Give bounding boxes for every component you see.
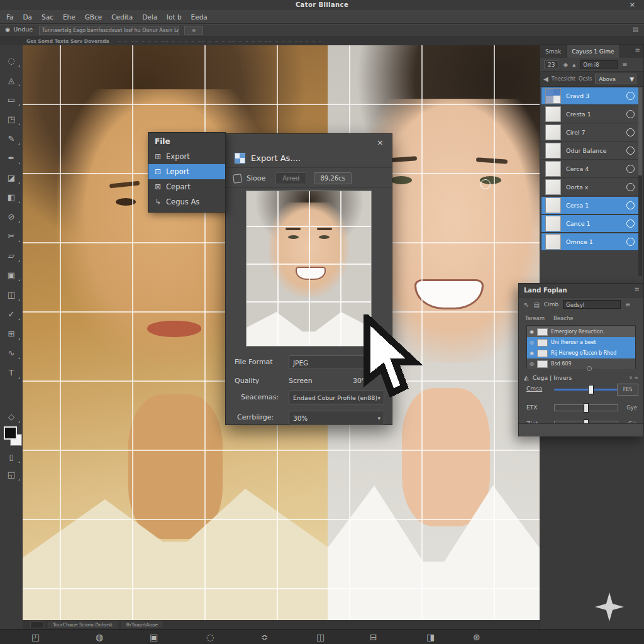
scrollbar-thumb[interactable] <box>638 87 642 175</box>
layers-icon[interactable]: ◍ <box>96 632 103 642</box>
path-select-tool[interactable]: ✓ <box>0 305 23 323</box>
menu-window[interactable]: lot b <box>167 13 181 21</box>
layer-row[interactable]: Cerca 4 <box>541 160 640 178</box>
foreground-color-swatch[interactable] <box>4 426 17 440</box>
slider-thumb[interactable] <box>588 385 594 394</box>
crop-tool[interactable]: ◳ <box>0 110 23 128</box>
layer-row[interactable]: Cravd 3 <box>541 87 640 105</box>
layer-row[interactable]: Cirel 7 <box>541 124 640 142</box>
waves-icon[interactable]: ≎ <box>261 632 269 642</box>
sample-point-marker[interactable] <box>480 179 491 189</box>
artboard-tool[interactable]: ▯ <box>0 448 23 465</box>
gradient-tool[interactable]: ◧ <box>0 188 23 206</box>
layer-row[interactable]: Cance 1 <box>541 215 640 233</box>
minus-box-icon[interactable]: ⊟ <box>370 632 377 642</box>
layer-row[interactable]: Oorta x <box>541 179 640 196</box>
opacity-field[interactable]: Om i8 <box>580 60 618 69</box>
grid-tool[interactable]: ⊞ <box>0 325 23 342</box>
smudge-tool[interactable]: ∿ <box>0 344 23 362</box>
type-tool[interactable]: T <box>0 364 23 381</box>
slider-button[interactable]: FES <box>617 384 638 396</box>
knife-tool[interactable]: ✂ <box>0 227 23 245</box>
columns-icon[interactable]: ◫ <box>316 632 325 642</box>
scale-select[interactable]: 30% ▾ <box>289 411 384 425</box>
layer-visibility-dot[interactable] <box>626 201 635 209</box>
document-tab-label[interactable]: Ges Somd Texte Serv Doversda <box>26 38 109 44</box>
tab-layers[interactable]: Cayuss 1 Gime <box>567 45 619 58</box>
layer-visibility-dot[interactable] <box>626 219 635 228</box>
row-menu-icon[interactable]: ≡ <box>625 301 630 308</box>
shape-tool[interactable]: ▱ <box>0 247 23 264</box>
menu-item-export[interactable]: ⊞ Export <box>148 149 225 164</box>
clipboard-icon[interactable]: ▤ <box>633 26 638 33</box>
layer-visibility-dot[interactable] <box>626 92 635 100</box>
stamp-icon[interactable]: ◈ <box>563 61 568 68</box>
layer-visibility-dot[interactable] <box>626 238 635 246</box>
layer-visibility-dot[interactable] <box>626 110 635 118</box>
shape-extra-tool[interactable]: ◇ <box>0 408 23 425</box>
clip-icon[interactable]: ▴ <box>572 61 575 68</box>
toggle-icon[interactable]: ◎ <box>530 340 534 345</box>
filter-dropdown[interactable]: Abova ▼ <box>595 74 636 84</box>
menu-file[interactable]: Fa <box>6 13 14 21</box>
layer-visibility-dot[interactable] <box>626 147 635 155</box>
slider-track[interactable] <box>554 404 618 411</box>
toggle-icon[interactable]: ◎ <box>530 361 534 367</box>
tab-beache[interactable]: Beache <box>553 315 574 321</box>
menu-help[interactable]: Eeda <box>191 13 208 21</box>
half-box-icon[interactable]: ◨ <box>426 632 435 642</box>
slider-track[interactable] <box>554 389 627 391</box>
disabled-button[interactable]: Arred <box>275 172 306 184</box>
circle-icon[interactable]: ◌ <box>206 632 214 642</box>
slice-tool[interactable]: ◫ <box>0 286 23 303</box>
menu-item-cegus-as[interactable]: ↳ Cegus As <box>148 194 225 209</box>
extras-tool[interactable]: ◱ <box>0 465 23 483</box>
tab-channels[interactable]: Smak <box>540 45 567 58</box>
size-button[interactable]: 89,26cs <box>314 172 351 184</box>
brush-tool[interactable]: ✎ <box>0 130 23 147</box>
menu-item-cepart[interactable]: ⊠ Cepart <box>148 179 225 194</box>
filter-arrow-icon[interactable]: ◀ <box>543 75 548 82</box>
blend-mode-button[interactable]: 23 <box>544 60 558 69</box>
menu-view[interactable]: Dela <box>142 13 157 21</box>
pointer-icon[interactable]: ⇖ <box>524 301 529 308</box>
section-collapse-icon[interactable]: ∨ ≡ <box>629 375 638 380</box>
layer-visibility-dot[interactable] <box>626 165 635 173</box>
layer-row[interactable]: Cersa 1 <box>541 197 640 214</box>
tab-taream[interactable]: Taream <box>525 315 545 321</box>
grid-icon[interactable]: ◰ <box>31 632 40 642</box>
marquee-tool[interactable]: ▭ <box>0 91 23 108</box>
frame-tool[interactable]: ▣ <box>0 266 23 284</box>
menu-item-leport[interactable]: ⊡ Leport <box>148 164 225 179</box>
menu-select[interactable]: GBce <box>85 13 103 21</box>
reset-dot[interactable] <box>587 366 592 371</box>
layer-row[interactable]: Cresta 1 <box>541 106 640 123</box>
panel-menu-icon[interactable]: ≡ <box>635 47 640 53</box>
menu-edit[interactable]: Da <box>23 13 33 21</box>
toggle-icon[interactable]: ◉ <box>530 329 534 335</box>
list-item[interactable]: ◎ Bsd 609 <box>527 358 635 369</box>
close-icon[interactable]: × <box>377 138 384 147</box>
layers-scrollbar[interactable] <box>638 87 642 276</box>
layer-visibility-dot[interactable] <box>626 183 635 191</box>
menu-layer[interactable]: Ehe <box>63 13 75 21</box>
close-icon[interactable]: × <box>630 1 635 9</box>
eraser-tool[interactable]: ⊘ <box>0 208 23 225</box>
properties-field[interactable]: Gedsyl <box>563 300 621 309</box>
layer-row[interactable]: Odur Balance <box>541 142 640 160</box>
menu-filter[interactable]: Cedita <box>111 13 133 21</box>
panel-menu-icon[interactable]: ≡ <box>635 286 640 292</box>
lasso-tool[interactable]: ◌ <box>0 52 23 69</box>
list-item[interactable]: ◉ Emergiory Resuction. <box>527 326 635 337</box>
burst-icon[interactable]: ⊛ <box>473 632 480 642</box>
list-item[interactable]: ◉ Rij Herweg oTecen b Rhod <box>527 348 635 358</box>
list-item[interactable]: ◎ Uni Iherosr a beet <box>527 337 635 348</box>
menu-image[interactable]: Sac <box>42 13 53 21</box>
toggle-icon[interactable]: ◉ <box>530 350 534 356</box>
layer-row[interactable]: Omnce 1 <box>541 233 640 251</box>
options-settings-field[interactable]: Tunnaertslg Eago bamfascdsust losf hu Oo… <box>39 26 179 35</box>
slider-thumb[interactable] <box>584 403 589 413</box>
mode-menu-icon[interactable]: ≡ <box>622 61 627 68</box>
quick-select-tool[interactable]: ◬ <box>0 71 23 89</box>
pen-tool[interactable]: ✒ <box>0 149 23 167</box>
